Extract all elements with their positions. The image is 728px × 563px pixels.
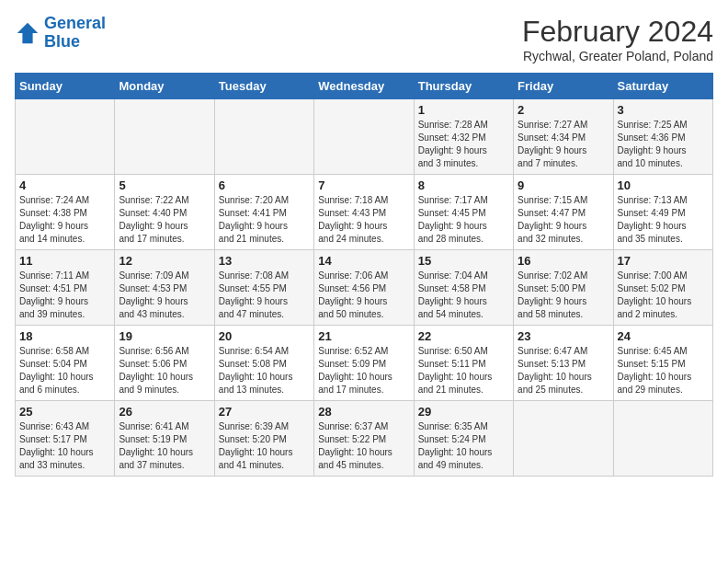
calendar-cell: 8Sunrise: 7:17 AM Sunset: 4:45 PM Daylig… — [414, 175, 513, 250]
day-number: 19 — [119, 329, 210, 343]
calendar-cell: 14Sunrise: 7:06 AM Sunset: 4:56 PM Dayli… — [314, 250, 414, 326]
day-info: Sunrise: 7:02 AM Sunset: 5:00 PM Dayligh… — [518, 270, 609, 321]
calendar-cell: 23Sunrise: 6:47 AM Sunset: 5:13 PM Dayli… — [514, 326, 613, 401]
calendar-week-row: 18Sunrise: 6:58 AM Sunset: 5:04 PM Dayli… — [16, 326, 713, 401]
day-number: 14 — [318, 254, 409, 268]
weekday-header: Wednesday — [314, 74, 414, 99]
calendar-cell: 1Sunrise: 7:28 AM Sunset: 4:32 PM Daylig… — [414, 99, 513, 175]
page-header: General Blue February 2024 Rychwal, Grea… — [15, 15, 713, 63]
day-info: Sunrise: 6:54 AM Sunset: 5:08 PM Dayligh… — [219, 345, 310, 396]
day-number: 27 — [219, 405, 310, 419]
calendar-cell: 11Sunrise: 7:11 AM Sunset: 4:51 PM Dayli… — [16, 250, 115, 326]
day-info: Sunrise: 6:50 AM Sunset: 5:11 PM Dayligh… — [418, 345, 509, 396]
calendar-week-row: 4Sunrise: 7:24 AM Sunset: 4:38 PM Daylig… — [16, 175, 713, 250]
logo-line2: Blue — [44, 33, 106, 52]
day-info: Sunrise: 6:43 AM Sunset: 5:17 PM Dayligh… — [19, 420, 110, 472]
day-number: 16 — [518, 254, 609, 268]
calendar-cell: 22Sunrise: 6:50 AM Sunset: 5:11 PM Dayli… — [414, 326, 513, 401]
calendar-cell — [16, 99, 115, 175]
calendar-cell: 2Sunrise: 7:27 AM Sunset: 4:34 PM Daylig… — [514, 99, 613, 175]
day-number: 21 — [318, 329, 409, 343]
day-number: 4 — [19, 178, 110, 192]
day-info: Sunrise: 6:58 AM Sunset: 5:04 PM Dayligh… — [19, 345, 110, 396]
calendar-cell: 13Sunrise: 7:08 AM Sunset: 4:55 PM Dayli… — [214, 250, 313, 326]
day-number: 24 — [618, 329, 709, 343]
day-number: 3 — [618, 103, 709, 117]
day-info: Sunrise: 7:18 AM Sunset: 4:43 PM Dayligh… — [318, 194, 409, 246]
calendar-cell: 18Sunrise: 6:58 AM Sunset: 5:04 PM Dayli… — [16, 326, 115, 401]
svg-marker-0 — [17, 23, 38, 43]
calendar-cell — [314, 99, 414, 175]
calendar-cell: 24Sunrise: 6:45 AM Sunset: 5:15 PM Dayli… — [613, 326, 712, 401]
weekday-header: Sunday — [16, 74, 115, 99]
calendar-cell: 29Sunrise: 6:35 AM Sunset: 5:24 PM Dayli… — [414, 401, 513, 477]
day-number: 23 — [518, 329, 609, 343]
day-info: Sunrise: 6:47 AM Sunset: 5:13 PM Dayligh… — [518, 345, 609, 396]
day-info: Sunrise: 7:17 AM Sunset: 4:45 PM Dayligh… — [418, 194, 509, 246]
weekday-header: Friday — [514, 74, 613, 99]
day-info: Sunrise: 7:22 AM Sunset: 4:40 PM Dayligh… — [119, 194, 210, 246]
day-number: 11 — [19, 254, 110, 268]
day-number: 6 — [219, 178, 310, 192]
calendar-cell: 28Sunrise: 6:37 AM Sunset: 5:22 PM Dayli… — [314, 401, 414, 477]
day-number: 12 — [119, 254, 210, 268]
day-info: Sunrise: 7:09 AM Sunset: 4:53 PM Dayligh… — [119, 270, 210, 321]
day-number: 29 — [418, 405, 509, 419]
calendar-cell — [214, 99, 313, 175]
day-number: 28 — [318, 405, 409, 419]
calendar-week-row: 1Sunrise: 7:28 AM Sunset: 4:32 PM Daylig… — [16, 99, 713, 175]
day-number: 20 — [219, 329, 310, 343]
day-info: Sunrise: 7:04 AM Sunset: 4:58 PM Dayligh… — [418, 270, 509, 321]
day-number: 8 — [418, 178, 509, 192]
logo: General Blue — [15, 15, 106, 52]
day-number: 7 — [318, 178, 409, 192]
day-info: Sunrise: 7:20 AM Sunset: 4:41 PM Dayligh… — [219, 194, 310, 246]
day-info: Sunrise: 7:06 AM Sunset: 4:56 PM Dayligh… — [318, 270, 409, 321]
day-info: Sunrise: 7:28 AM Sunset: 4:32 PM Dayligh… — [418, 119, 509, 170]
calendar-week-row: 25Sunrise: 6:43 AM Sunset: 5:17 PM Dayli… — [16, 401, 713, 477]
day-number: 22 — [418, 329, 509, 343]
day-info: Sunrise: 7:13 AM Sunset: 4:49 PM Dayligh… — [618, 194, 709, 246]
calendar-week-row: 11Sunrise: 7:11 AM Sunset: 4:51 PM Dayli… — [16, 250, 713, 326]
calendar-cell — [613, 401, 712, 477]
calendar-cell: 19Sunrise: 6:56 AM Sunset: 5:06 PM Dayli… — [115, 326, 214, 401]
calendar-cell: 21Sunrise: 6:52 AM Sunset: 5:09 PM Dayli… — [314, 326, 414, 401]
day-number: 2 — [518, 103, 609, 117]
calendar-cell: 16Sunrise: 7:02 AM Sunset: 5:00 PM Dayli… — [514, 250, 613, 326]
day-number: 5 — [119, 178, 210, 192]
day-number: 9 — [518, 178, 609, 192]
calendar-cell: 5Sunrise: 7:22 AM Sunset: 4:40 PM Daylig… — [115, 175, 214, 250]
day-number: 18 — [19, 329, 110, 343]
weekday-header: Thursday — [414, 74, 513, 99]
calendar-cell: 9Sunrise: 7:15 AM Sunset: 4:47 PM Daylig… — [514, 175, 613, 250]
logo-text: General Blue — [44, 15, 106, 52]
weekday-header-row: SundayMondayTuesdayWednesdayThursdayFrid… — [16, 74, 713, 99]
day-info: Sunrise: 6:35 AM Sunset: 5:24 PM Dayligh… — [418, 420, 509, 472]
day-info: Sunrise: 7:11 AM Sunset: 4:51 PM Dayligh… — [19, 270, 110, 321]
day-number: 10 — [618, 178, 709, 192]
calendar-cell — [115, 99, 214, 175]
day-info: Sunrise: 7:25 AM Sunset: 4:36 PM Dayligh… — [618, 119, 709, 170]
calendar-cell: 7Sunrise: 7:18 AM Sunset: 4:43 PM Daylig… — [314, 175, 414, 250]
calendar-cell: 26Sunrise: 6:41 AM Sunset: 5:19 PM Dayli… — [115, 401, 214, 477]
calendar-cell: 6Sunrise: 7:20 AM Sunset: 4:41 PM Daylig… — [214, 175, 313, 250]
calendar-cell: 17Sunrise: 7:00 AM Sunset: 5:02 PM Dayli… — [613, 250, 712, 326]
calendar-cell: 20Sunrise: 6:54 AM Sunset: 5:08 PM Dayli… — [214, 326, 313, 401]
day-number: 13 — [219, 254, 310, 268]
location-title: Rychwal, Greater Poland, Poland — [522, 49, 713, 63]
day-number: 15 — [418, 254, 509, 268]
day-info: Sunrise: 6:41 AM Sunset: 5:19 PM Dayligh… — [119, 420, 210, 472]
weekday-header: Tuesday — [214, 74, 313, 99]
day-info: Sunrise: 7:27 AM Sunset: 4:34 PM Dayligh… — [518, 119, 609, 170]
calendar-cell: 10Sunrise: 7:13 AM Sunset: 4:49 PM Dayli… — [613, 175, 712, 250]
day-info: Sunrise: 7:15 AM Sunset: 4:47 PM Dayligh… — [518, 194, 609, 246]
day-info: Sunrise: 7:00 AM Sunset: 5:02 PM Dayligh… — [618, 270, 709, 321]
calendar-cell: 12Sunrise: 7:09 AM Sunset: 4:53 PM Dayli… — [115, 250, 214, 326]
title-area: February 2024 Rychwal, Greater Poland, P… — [522, 15, 713, 63]
day-number: 25 — [19, 405, 110, 419]
month-title: February 2024 — [522, 15, 713, 49]
day-info: Sunrise: 6:52 AM Sunset: 5:09 PM Dayligh… — [318, 345, 409, 396]
calendar-table: SundayMondayTuesdayWednesdayThursdayFrid… — [15, 73, 713, 477]
calendar-cell: 4Sunrise: 7:24 AM Sunset: 4:38 PM Daylig… — [16, 175, 115, 250]
weekday-header: Monday — [115, 74, 214, 99]
